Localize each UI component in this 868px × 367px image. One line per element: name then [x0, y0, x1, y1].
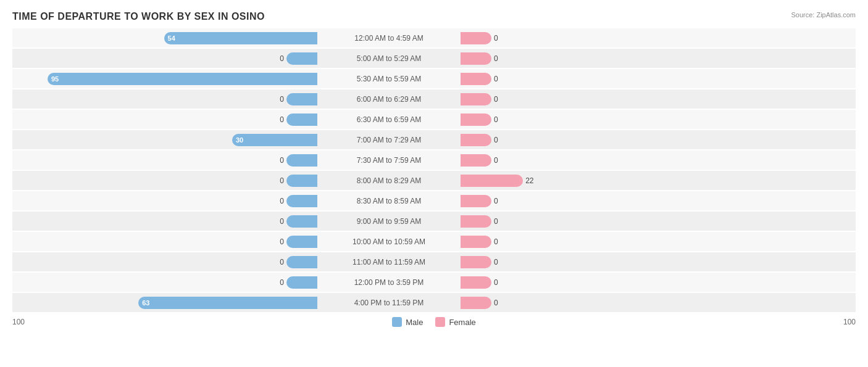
axis-min-label: 100	[12, 318, 49, 326]
male-bar	[286, 93, 317, 105]
male-side: 63	[12, 297, 321, 309]
male-bar	[286, 256, 317, 268]
female-side: 0	[457, 154, 766, 167]
female-value: 0	[494, 278, 512, 287]
male-side: 54	[12, 32, 321, 44]
male-bar-value: 54	[168, 35, 175, 42]
female-side: 0	[457, 276, 766, 289]
male-bar	[286, 154, 317, 167]
time-range-label: 7:30 AM to 7:59 AM	[321, 156, 457, 165]
female-bar	[461, 32, 491, 44]
male-side: 0	[12, 236, 321, 248]
female-value: 0	[494, 54, 512, 63]
male-bar	[286, 52, 317, 65]
male-bar: 30	[232, 134, 317, 146]
male-bar	[286, 175, 317, 187]
female-side: 0	[457, 215, 766, 228]
female-side: 0	[457, 93, 766, 105]
female-side: 0	[457, 113, 766, 126]
male-side: 0	[12, 175, 321, 187]
chart-row: 05:00 AM to 5:29 AM0	[12, 49, 856, 68]
chart-row: 011:00 AM to 11:59 AM0	[12, 252, 856, 271]
male-side: 0	[12, 215, 321, 228]
time-range-label: 5:30 AM to 5:59 AM	[321, 75, 457, 83]
time-range-label: 9:00 AM to 9:59 AM	[321, 217, 457, 226]
female-value: 0	[494, 299, 512, 307]
male-value: 0	[265, 197, 284, 205]
female-side: 0	[457, 134, 766, 146]
legend-female: Female	[435, 317, 475, 327]
chart-row: 08:00 AM to 8:29 AM22	[12, 171, 856, 190]
female-side: 0	[457, 52, 766, 65]
chart-row: 307:00 AM to 7:29 AM0	[12, 130, 856, 149]
time-range-label: 12:00 PM to 3:59 PM	[321, 278, 457, 287]
female-bar	[461, 175, 523, 187]
time-range-label: 7:00 AM to 7:29 AM	[321, 136, 457, 144]
female-bar	[461, 236, 491, 248]
male-side: 0	[12, 93, 321, 105]
female-bar	[461, 93, 491, 105]
male-side: 95	[12, 73, 321, 85]
chart-row: 012:00 PM to 3:59 PM0	[12, 273, 856, 292]
female-bar	[461, 215, 491, 228]
title-row: TIME OF DEPARTURE TO WORK BY SEX IN OSIN…	[12, 11, 856, 22]
chart-row: 08:30 AM to 8:59 AM0	[12, 191, 856, 210]
female-bar	[461, 276, 491, 289]
female-bar	[461, 134, 491, 146]
female-legend-box	[435, 317, 445, 327]
male-value: 0	[265, 237, 284, 246]
chart-title: TIME OF DEPARTURE TO WORK BY SEX IN OSIN…	[12, 11, 265, 22]
source-text: Source: ZipAtlas.com	[791, 11, 856, 19]
male-value: 0	[265, 95, 284, 104]
chart-row: 5412:00 AM to 4:59 AM0	[12, 28, 856, 47]
female-side: 0	[457, 236, 766, 248]
female-bar	[461, 73, 491, 85]
female-value: 0	[494, 95, 512, 104]
female-bar	[461, 297, 491, 309]
female-side: 0	[457, 256, 766, 268]
female-value: 0	[494, 237, 512, 246]
time-range-label: 8:00 AM to 8:29 AM	[321, 176, 457, 185]
male-side: 0	[12, 195, 321, 207]
male-value: 0	[265, 156, 284, 165]
chart-row: 010:00 AM to 10:59 AM0	[12, 232, 856, 251]
male-side: 0	[12, 52, 321, 65]
time-range-label: 5:00 AM to 5:29 AM	[321, 54, 457, 63]
male-value: 0	[265, 115, 284, 124]
female-side: 0	[457, 297, 766, 309]
male-bar-value: 95	[51, 75, 59, 83]
chart-row: 955:30 AM to 5:59 AM0	[12, 69, 856, 88]
male-side: 0	[12, 256, 321, 268]
female-value: 0	[494, 115, 512, 124]
male-bar	[286, 236, 317, 248]
female-value: 0	[494, 34, 512, 43]
female-side: 0	[457, 73, 766, 85]
female-value: 0	[494, 217, 512, 226]
male-bar-value: 30	[236, 136, 243, 144]
female-side: 22	[457, 175, 766, 187]
male-value: 0	[265, 176, 284, 185]
male-legend-box	[392, 317, 402, 327]
male-legend-label: Male	[406, 318, 423, 327]
time-range-label: 11:00 AM to 11:59 AM	[321, 258, 457, 266]
time-range-label: 4:00 PM to 11:59 PM	[321, 299, 457, 307]
time-range-label: 10:00 AM to 10:59 AM	[321, 237, 457, 246]
legend: Male Female	[392, 317, 476, 327]
female-bar	[461, 256, 491, 268]
male-value: 0	[265, 217, 284, 226]
male-bar	[286, 215, 317, 228]
male-bar	[286, 113, 317, 126]
male-bar: 95	[48, 73, 317, 85]
female-bar	[461, 113, 491, 126]
axis-max-label: 100	[819, 318, 856, 326]
time-range-label: 12:00 AM to 4:59 AM	[321, 34, 457, 43]
male-side: 0	[12, 276, 321, 289]
male-bar-value: 63	[142, 299, 149, 307]
female-bar	[461, 154, 491, 167]
male-value: 0	[265, 278, 284, 287]
female-value: 0	[494, 136, 512, 144]
time-range-label: 8:30 AM to 8:59 AM	[321, 197, 457, 205]
chart-row: 07:30 AM to 7:59 AM0	[12, 151, 856, 170]
female-value: 22	[525, 176, 533, 185]
chart-row: 09:00 AM to 9:59 AM0	[12, 212, 856, 231]
